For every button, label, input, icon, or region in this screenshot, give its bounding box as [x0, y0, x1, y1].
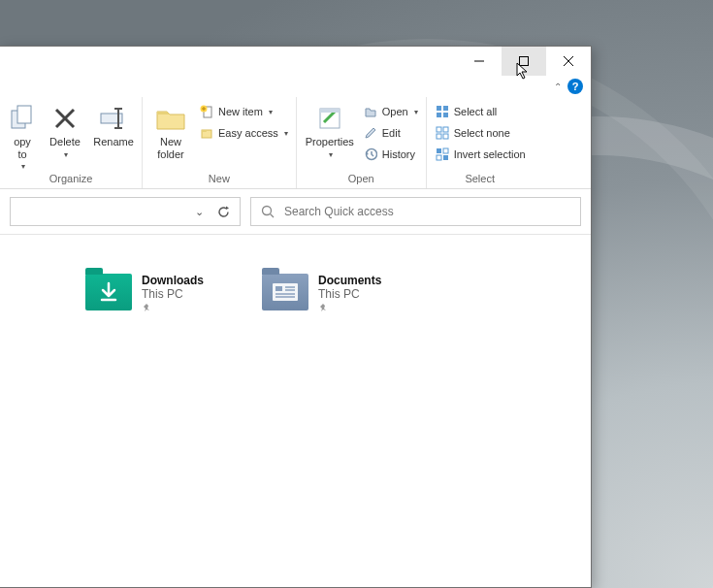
- search-bar[interactable]: [250, 197, 581, 226]
- easy-access-label: Easy access: [218, 127, 278, 139]
- minimize-icon: [474, 56, 484, 66]
- delete-button[interactable]: Delete ▾: [43, 101, 87, 159]
- open-label: Open: [382, 106, 408, 117]
- select-none-icon: [435, 125, 450, 141]
- titlebar: [0, 47, 591, 76]
- copy-icon: [7, 103, 38, 134]
- svg-rect-19: [443, 106, 448, 111]
- new-folder-label: Newfolder: [157, 136, 184, 160]
- svg-rect-21: [443, 113, 448, 117]
- ribbon-group-select: Select all Select none Invert selection: [427, 97, 534, 188]
- documents-folder-icon: [262, 274, 308, 310]
- svg-rect-26: [437, 148, 441, 153]
- svg-rect-5: [17, 106, 31, 123]
- svg-rect-34: [275, 286, 282, 291]
- maximize-icon: [519, 56, 529, 66]
- svg-rect-33: [273, 283, 298, 301]
- open-icon: [363, 104, 378, 119]
- new-item-button[interactable]: New item ▾: [197, 101, 290, 122]
- help-button[interactable]: ?: [567, 79, 583, 94]
- folder-location: This PC: [318, 287, 381, 301]
- svg-rect-20: [437, 113, 441, 117]
- ribbon-group-organize: opyto ▾ Delete ▾ Rename Organize: [0, 97, 143, 188]
- search-icon: [261, 205, 275, 218]
- open-button[interactable]: Open ▾: [361, 101, 420, 122]
- new-item-icon: [199, 104, 214, 119]
- invert-selection-button[interactable]: Invert selection: [433, 144, 528, 165]
- ribbon-group-label: Select: [427, 171, 534, 188]
- copy-to-label: opyto: [14, 136, 31, 160]
- edit-button[interactable]: Edit: [361, 122, 420, 144]
- minimize-button[interactable]: [457, 47, 502, 76]
- svg-rect-29: [443, 155, 448, 160]
- easy-access-icon: [199, 125, 214, 141]
- select-none-button[interactable]: Select none: [433, 122, 528, 144]
- pin-icon: [142, 303, 204, 312]
- maximize-button[interactable]: [502, 47, 546, 76]
- folder-name: Downloads: [142, 274, 204, 287]
- close-icon: [564, 56, 573, 66]
- ribbon-group-label: Organize: [0, 171, 142, 188]
- easy-access-button[interactable]: Easy access ▾: [197, 122, 290, 144]
- svg-rect-25: [443, 134, 448, 139]
- content-area: Downloads This PC Documents This PC: [0, 234, 591, 587]
- ribbon-group-label: New: [143, 171, 296, 188]
- svg-rect-22: [437, 127, 441, 132]
- file-explorer-window: ⌃ ? opyto ▾ Delete ▾: [0, 46, 592, 588]
- svg-rect-1: [520, 57, 529, 66]
- svg-rect-28: [437, 155, 441, 160]
- invert-selection-icon: [435, 147, 450, 162]
- chevron-down-icon: ▾: [21, 162, 25, 171]
- refresh-icon[interactable]: [217, 206, 230, 218]
- select-none-label: Select none: [454, 127, 510, 139]
- rename-label: Rename: [93, 136, 134, 148]
- select-all-label: Select all: [454, 106, 498, 117]
- ribbon-group-new: Newfolder New item ▾ Easy acces: [143, 97, 297, 188]
- svg-point-30: [263, 207, 272, 215]
- rename-icon: [98, 103, 129, 134]
- select-all-button[interactable]: Select all: [433, 101, 528, 122]
- edit-icon: [363, 125, 378, 141]
- folder-item-downloads[interactable]: Downloads This PC: [85, 274, 204, 312]
- folder-item-documents[interactable]: Documents This PC: [262, 274, 381, 312]
- rename-button[interactable]: Rename: [91, 101, 136, 148]
- ribbon-group-label: Open: [297, 171, 426, 188]
- svg-rect-18: [437, 106, 441, 111]
- svg-rect-27: [443, 148, 448, 153]
- address-bar[interactable]: ⌄: [10, 197, 241, 226]
- svg-rect-23: [443, 127, 448, 132]
- properties-label: Properties: [306, 136, 354, 148]
- chevron-down-icon: ▾: [284, 129, 288, 138]
- chevron-down-icon[interactable]: ⌄: [195, 206, 204, 218]
- properties-icon: [314, 103, 345, 134]
- select-all-icon: [435, 104, 450, 119]
- chevron-down-icon: ▾: [64, 150, 68, 159]
- new-folder-button[interactable]: Newfolder: [148, 101, 193, 160]
- ribbon: opyto ▾ Delete ▾ Rename Organize: [0, 97, 591, 189]
- folder-location: This PC: [142, 287, 204, 301]
- ribbon-group-open: Properties ▾ Open ▾ E: [297, 97, 427, 188]
- history-label: History: [382, 148, 415, 160]
- chevron-down-icon: ▾: [329, 150, 333, 159]
- delete-label: Delete: [49, 136, 81, 148]
- chevron-down-icon: ▾: [414, 108, 418, 116]
- edit-label: Edit: [382, 127, 401, 139]
- pin-icon: [318, 303, 381, 312]
- folder-name: Documents: [318, 274, 381, 287]
- copy-to-button[interactable]: opyto ▾: [6, 101, 39, 171]
- folder-icon: [155, 103, 186, 134]
- new-item-label: New item: [218, 106, 263, 117]
- ribbon-hint-row: ⌃ ?: [0, 76, 591, 97]
- history-icon: [363, 147, 378, 162]
- chevron-down-icon: ▾: [269, 108, 273, 116]
- address-row: ⌄: [0, 189, 591, 234]
- invert-selection-label: Invert selection: [454, 148, 526, 160]
- collapse-ribbon-button[interactable]: ⌃: [554, 82, 562, 92]
- delete-icon: [49, 103, 81, 134]
- svg-rect-24: [437, 134, 441, 139]
- svg-rect-16: [320, 109, 340, 113]
- close-button[interactable]: [546, 47, 591, 76]
- properties-button[interactable]: Properties ▾: [303, 101, 357, 159]
- history-button[interactable]: History: [361, 144, 420, 165]
- search-input[interactable]: [284, 205, 570, 218]
